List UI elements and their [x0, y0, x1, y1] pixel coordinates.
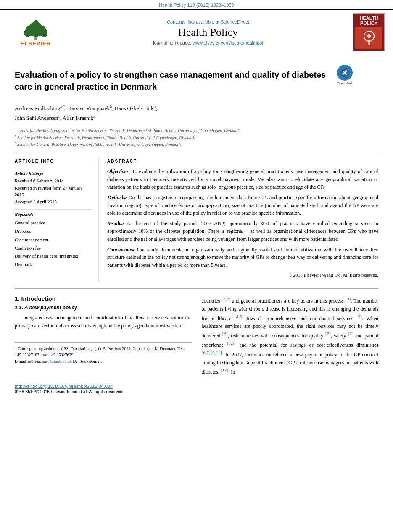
abstract-body: Objectives: To evaluate the utilization …: [107, 168, 378, 269]
authors-line: Andreas Rudkjøbinga,*, Karsten Vrangbaek…: [15, 103, 378, 123]
journal-ref-text: Health Policy 119 (2015) 1023–1030: [159, 3, 234, 8]
citation-7a: [7]: [325, 331, 331, 336]
abstract-conclusions: Conclusions: Our study documents an orga…: [107, 246, 378, 269]
keyword-2: Diabetes: [15, 227, 92, 236]
article-section: Evaluation of a policy to strengthen cas…: [0, 55, 393, 282]
svg-rect-8: [34, 37, 37, 40]
footnote-text: * Corresponding author at: CSS, Østerfar…: [15, 345, 192, 364]
citation-3: [3]: [346, 296, 351, 301]
cover-image-placeholder: [355, 27, 382, 49]
section-1-title: 1. Introduction: [15, 295, 192, 302]
doi-section: http://dx.doi.org/10.1016/j.healthpol201…: [0, 379, 393, 396]
keywords-label: Keywords:: [15, 212, 92, 217]
svg-rect-7: [34, 24, 37, 29]
elsevier-tree-icon: [15, 18, 57, 40]
doi-link[interactable]: http://dx.doi.org/10.1016/j.healthpol201…: [15, 384, 113, 389]
section-divider: [15, 288, 378, 289]
citation-7b: [7]: [348, 331, 353, 336]
sciencedirect-label: Contents lists available at ScienceDirec…: [67, 19, 349, 24]
crossmark-svg: [340, 68, 350, 78]
article-info-abstract-section: ARTICLE INFO Article history: Received 8…: [15, 159, 378, 282]
journal-homepage: journal homepage: www.elsevier.com/locat…: [67, 40, 349, 45]
revised-text: Received in revised form 27 January 2015: [15, 184, 92, 198]
homepage-link[interactable]: www.elsevier.com/locate/healthpol: [193, 40, 263, 45]
keyword-4: Capitation fee: [15, 244, 92, 253]
cover-graphic-icon: [359, 28, 380, 49]
crossmark-icon: [337, 65, 353, 81]
svg-point-5: [41, 29, 47, 37]
svg-point-6: [34, 20, 38, 24]
article-info-column: ARTICLE INFO Article history: Received 8…: [15, 159, 99, 282]
abstract-column: ABSTRACT Objectives: To evaluate the uti…: [107, 159, 378, 282]
keyword-6: Denmark: [15, 261, 92, 269]
sciencedirect-link-text[interactable]: ScienceDirect: [221, 19, 249, 24]
abstract-results: Results: At the end of the study period …: [107, 220, 378, 243]
journal-reference: Health Policy 119 (2015) 1023–1030: [0, 0, 393, 9]
svg-point-4: [24, 29, 31, 37]
cover-title-text: HEALTH POLICY: [360, 16, 378, 26]
elsevier-logo-area: ELSEVIER: [8, 18, 63, 47]
journal-header-center: Contents lists available at ScienceDirec…: [63, 19, 353, 45]
journal-title: Health Policy: [67, 26, 349, 39]
abstract-methods: Methods: On the basis registers encompas…: [107, 194, 378, 217]
citation-12: [12]: [221, 367, 228, 372]
accepted-text: Accepted 8 April 2015: [15, 198, 92, 205]
keyword-1: General practice: [15, 219, 92, 227]
crossmark-label: CrossMark: [334, 82, 355, 85]
svg-rect-10: [368, 40, 370, 45]
affiliation-a: a Center for Healthy Aging, Section for …: [15, 127, 378, 134]
abstract-objectives: Objectives: To evaluate the utilization …: [107, 168, 378, 191]
subsection-1-1-title: 1.1. A new payment policy: [15, 305, 192, 311]
citation-6: [6]: [222, 331, 228, 336]
issn-text: 0168-8510/© 2015 Elsevier Ireland Ltd. A…: [15, 390, 378, 394]
crossmark-badge: CrossMark: [334, 65, 355, 85]
abstract-heading: ABSTRACT: [107, 159, 378, 163]
affiliation-b: b Section for Health Services Research, …: [15, 134, 378, 141]
footnote-email[interactable]: anru@sund.ku.dk: [42, 359, 72, 363]
affiliation-c: c Section for General Practice, Departme…: [15, 141, 378, 147]
citation-1-2: [1,2]: [222, 296, 230, 301]
keyword-5: Delivery of health care, Integrated: [15, 252, 92, 261]
citation-6-7-10-11: [6,7,10,11]: [202, 350, 222, 355]
intro-right-text: countries [1,2] and general practitioner…: [202, 295, 379, 376]
received-text: Received 8 February 2014: [15, 177, 92, 184]
intro-paragraph: Integrated case management and coordinat…: [15, 314, 192, 329]
citation-5b: [5]: [356, 314, 362, 319]
intro-columns: 1. Introduction 1.1. A new payment polic…: [15, 295, 378, 379]
citation-4-5: [4,5]: [235, 314, 243, 319]
keyword-3: Case management: [15, 236, 92, 244]
introduction-section: 1. Introduction 1.1. A new payment polic…: [0, 295, 393, 379]
article-history: Article history: Received 8 February 201…: [15, 168, 92, 205]
journal-cover-image: HEALTH POLICY: [353, 13, 385, 51]
citation-8-9: [8,9]: [227, 340, 236, 345]
keywords-list: General practice Diabetes Case managemen…: [15, 219, 92, 269]
copyright-text: © 2015 Elsevier Ireland Ltd. All rights …: [107, 272, 378, 282]
affiliations: a Center for Healthy Aging, Section for …: [15, 127, 378, 153]
journal-header: ELSEVIER Contents lists available at Sci…: [0, 9, 393, 55]
article-history-label: Article history:: [15, 171, 92, 176]
article-info-heading: ARTICLE INFO: [15, 159, 92, 163]
intro-left-col: 1. Introduction 1.1. A new payment polic…: [15, 295, 192, 379]
footnote-section: * Corresponding author at: CSS, Østerfar…: [15, 342, 192, 364]
keywords-section: Keywords: General practice Diabetes Case…: [15, 209, 92, 269]
page: Health Policy 119 (2015) 1023–1030 ELSEV…: [0, 0, 393, 532]
elsevier-brand-text: ELSEVIER: [21, 40, 51, 47]
intro-right-col: countries [1,2] and general practitioner…: [202, 295, 379, 379]
article-title: Evaluation of a policy to strengthen cas…: [15, 69, 334, 92]
